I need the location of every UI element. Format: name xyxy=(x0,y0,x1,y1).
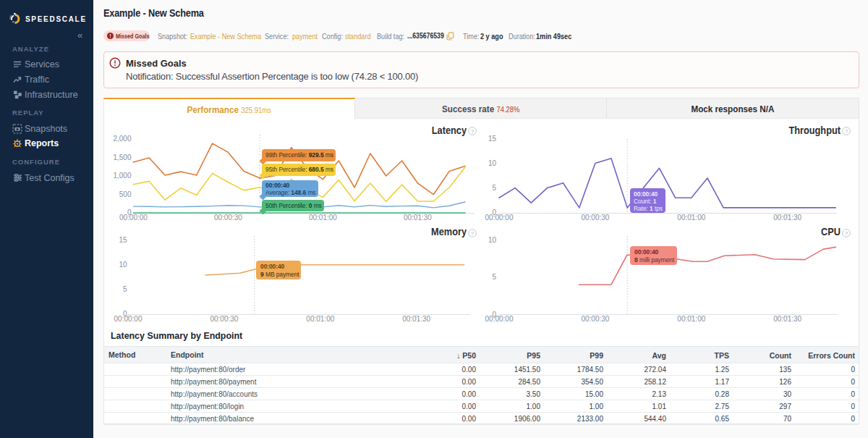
svg-text:00:00:30: 00:00:30 xyxy=(581,315,609,323)
svg-text:00:00:30: 00:00:30 xyxy=(210,315,238,323)
svg-text:00:01:00: 00:01:00 xyxy=(306,315,334,323)
svg-text:00:00:00: 00:00:00 xyxy=(114,315,142,323)
svg-text:00:01:30: 00:01:30 xyxy=(404,214,432,222)
svg-text:1,000: 1,000 xyxy=(113,172,131,180)
svg-text:?: ? xyxy=(845,128,848,135)
svg-text:00:00:00: 00:00:00 xyxy=(485,315,514,323)
svg-text:?: ? xyxy=(471,230,474,237)
svg-text:15: 15 xyxy=(488,135,497,143)
svg-text:5: 5 xyxy=(123,285,127,293)
svg-text:00:01:30: 00:01:30 xyxy=(773,315,801,323)
svg-text:00:00:30: 00:00:30 xyxy=(214,214,242,222)
svg-text:10: 10 xyxy=(488,236,497,244)
svg-text:500: 500 xyxy=(119,190,132,198)
svg-text:00:01:00: 00:01:00 xyxy=(677,214,705,222)
svg-text:00:01:00: 00:01:00 xyxy=(309,214,337,222)
svg-text:00:01:30: 00:01:30 xyxy=(402,315,430,323)
svg-text:1,500: 1,500 xyxy=(113,153,131,161)
svg-text:?: ? xyxy=(471,128,474,135)
svg-text:00:01:30: 00:01:30 xyxy=(773,214,801,222)
svg-text:?: ? xyxy=(845,230,848,237)
svg-text:5: 5 xyxy=(492,273,496,281)
svg-text:5: 5 xyxy=(492,184,496,192)
svg-text:00:01:00: 00:01:00 xyxy=(677,315,705,323)
svg-text:10: 10 xyxy=(488,159,497,167)
svg-text:00:00:00: 00:00:00 xyxy=(485,214,514,222)
svg-text:00:00:00: 00:00:00 xyxy=(119,214,148,222)
svg-text:10: 10 xyxy=(119,261,127,269)
svg-text:15: 15 xyxy=(119,236,127,244)
svg-text:00:00:30: 00:00:30 xyxy=(581,214,609,222)
svg-text:2,000: 2,000 xyxy=(113,135,131,143)
